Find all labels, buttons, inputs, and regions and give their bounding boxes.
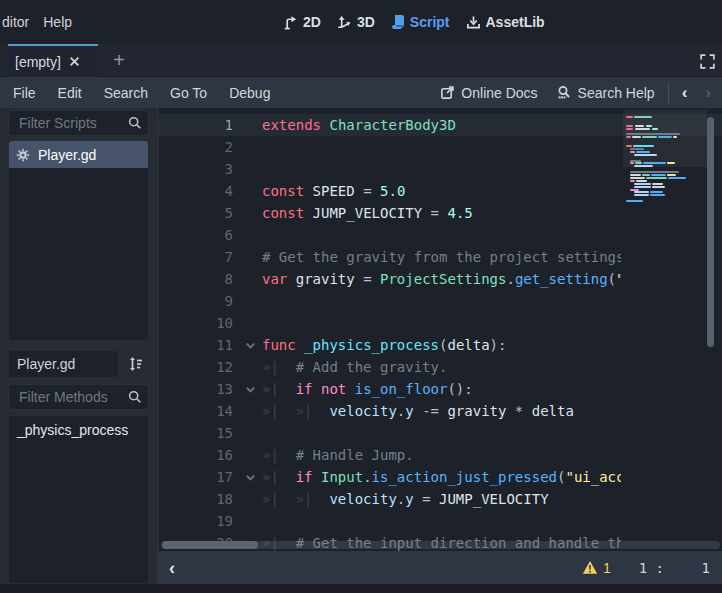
code-text[interactable]: »|if Input.is_action_just_pressed("ui_ac… <box>262 466 621 488</box>
code-line[interactable]: 15 <box>159 422 722 444</box>
caret-position[interactable]: 1 : 1 <box>639 560 710 576</box>
2d-icon <box>283 15 298 30</box>
line-number[interactable]: 9 <box>159 290 233 312</box>
code-line[interactable]: 6 <box>159 224 722 246</box>
code-text[interactable]: const JUMP_VELOCITY = 4.5 <box>262 202 621 224</box>
code-token: = <box>363 271 380 287</box>
menu-goto[interactable]: Go To <box>159 85 218 101</box>
line-number[interactable]: 7 <box>159 246 233 268</box>
filter-methods-input[interactable] <box>17 388 128 406</box>
menu-search[interactable]: Search <box>93 85 159 101</box>
menu-file[interactable]: File <box>2 85 47 101</box>
line-number[interactable]: 6 <box>159 224 233 246</box>
code-line[interactable]: 12»|# Add the gravity. <box>159 356 722 378</box>
code-text[interactable]: »|»|velocity.y -= gravity * delta <box>262 400 621 422</box>
code-token <box>296 337 304 353</box>
menu-editor[interactable]: ditor <box>0 8 43 36</box>
minimap[interactable] <box>625 110 703 225</box>
method-item-physics-process[interactable]: _physics_process <box>9 416 148 443</box>
horizontal-scrollbar-track[interactable] <box>161 541 720 549</box>
line-number[interactable]: 1 <box>159 114 233 136</box>
line-number[interactable]: 14 <box>159 400 233 422</box>
tab-marker: »| <box>296 488 330 510</box>
code-editor[interactable]: 1extends CharacterBody3D234const SPEED =… <box>157 108 722 551</box>
line-number[interactable]: 18 <box>159 488 233 510</box>
history-forward-button[interactable]: › <box>696 83 720 103</box>
minimap-line <box>635 125 644 127</box>
line-number[interactable]: 4 <box>159 180 233 202</box>
code-line[interactable]: 17»|if Input.is_action_just_pressed("ui_… <box>159 466 722 488</box>
code-line[interactable]: 13»|if not is_on_floor(): <box>159 378 722 400</box>
code-token: func <box>262 337 296 353</box>
line-number[interactable]: 2 <box>159 136 233 158</box>
warnings-badge[interactable]: 1 <box>582 560 611 576</box>
distraction-free-icon[interactable] <box>697 51 717 71</box>
code-token: Input <box>321 469 363 485</box>
line-number[interactable]: 19 <box>159 510 233 532</box>
code-line[interactable]: 9 <box>159 290 722 312</box>
menu-edit[interactable]: Edit <box>47 85 93 101</box>
minimap-viewport[interactable] <box>623 110 707 167</box>
menu-debug[interactable]: Debug <box>218 85 281 101</box>
fold-chevron-icon[interactable] <box>244 339 257 352</box>
horizontal-scrollbar-handle[interactable] <box>162 541 258 549</box>
code-token: -= <box>422 403 439 419</box>
history-back-button[interactable]: ‹ <box>673 83 697 103</box>
code-line[interactable]: 18»|»|velocity.y = JUMP_VELOCITY <box>159 488 722 510</box>
code-text[interactable]: »|# Add the gravity. <box>262 356 621 378</box>
sort-methods-button[interactable] <box>123 351 149 377</box>
minimap-line <box>634 186 651 188</box>
script-item-player[interactable]: Player.gd <box>9 141 148 168</box>
code-line[interactable]: 16»|# Handle Jump. <box>159 444 722 466</box>
collapse-panel-button[interactable]: ‹ <box>169 559 175 577</box>
workspace-script-button[interactable]: Script <box>391 14 450 30</box>
code-token: gravity <box>287 271 363 287</box>
code-text[interactable]: »|»|velocity.y = JUMP_VELOCITY <box>262 488 621 510</box>
line-number[interactable]: 15 <box>159 422 233 444</box>
minimap-line <box>626 200 643 202</box>
code-text[interactable]: var gravity = ProjectSettings.get_settin… <box>262 268 621 290</box>
line-number[interactable]: 8 <box>159 268 233 290</box>
code-text[interactable]: »|if not is_on_floor(): <box>262 378 621 400</box>
code-line[interactable]: 14»|»|velocity.y -= gravity * delta <box>159 400 722 422</box>
search-help-button[interactable]: Search Help <box>547 77 664 108</box>
vertical-scrollbar[interactable] <box>707 117 714 347</box>
code-token <box>346 381 354 397</box>
code-line[interactable]: 8var gravity = ProjectSettings.get_setti… <box>159 268 722 290</box>
code-text[interactable]: extends CharacterBody3D <box>262 114 621 136</box>
workspace-3d-button[interactable]: 3D <box>337 14 375 30</box>
code-line[interactable]: 19 <box>159 510 722 532</box>
code-token: . <box>397 491 405 507</box>
code-token: SPEED <box>304 183 363 199</box>
workspace-assetlib-button[interactable]: AssetLib <box>466 14 545 30</box>
line-number[interactable]: 13 <box>159 378 233 400</box>
minimap-line <box>626 145 632 147</box>
line-number[interactable]: 5 <box>159 202 233 224</box>
code-token <box>313 469 321 485</box>
code-text[interactable]: # Get the gravity from the project setti… <box>262 246 621 268</box>
code-token: var <box>262 271 287 287</box>
code-token: gravity <box>439 403 515 419</box>
add-tab-button[interactable]: + <box>106 47 132 73</box>
line-number[interactable]: 3 <box>159 158 233 180</box>
line-number[interactable]: 12 <box>159 356 233 378</box>
code-text[interactable]: const SPEED = 5.0 <box>262 180 621 202</box>
tab-empty[interactable]: [empty] <box>8 44 98 77</box>
fold-chevron-icon[interactable] <box>244 383 257 396</box>
line-number[interactable]: 10 <box>159 312 233 334</box>
online-docs-button[interactable]: Online Docs <box>431 77 546 108</box>
filter-scripts-input[interactable] <box>17 114 128 132</box>
code-text[interactable]: »|# Handle Jump. <box>262 444 621 466</box>
close-icon[interactable] <box>69 56 80 67</box>
code-line[interactable]: 11func _physics_process(delta): <box>159 334 722 356</box>
line-number[interactable]: 16 <box>159 444 233 466</box>
line-number[interactable]: 17 <box>159 466 233 488</box>
workspace-2d-button[interactable]: 2D <box>283 14 321 30</box>
line-number[interactable]: 11 <box>159 334 233 356</box>
minimap-line <box>634 191 649 193</box>
code-text[interactable]: func _physics_process(delta): <box>262 334 621 356</box>
fold-chevron-icon[interactable] <box>244 471 257 484</box>
menu-help[interactable]: Help <box>43 8 86 36</box>
code-line[interactable]: 10 <box>159 312 722 334</box>
code-line[interactable]: 7# Get the gravity from the project sett… <box>159 246 722 268</box>
